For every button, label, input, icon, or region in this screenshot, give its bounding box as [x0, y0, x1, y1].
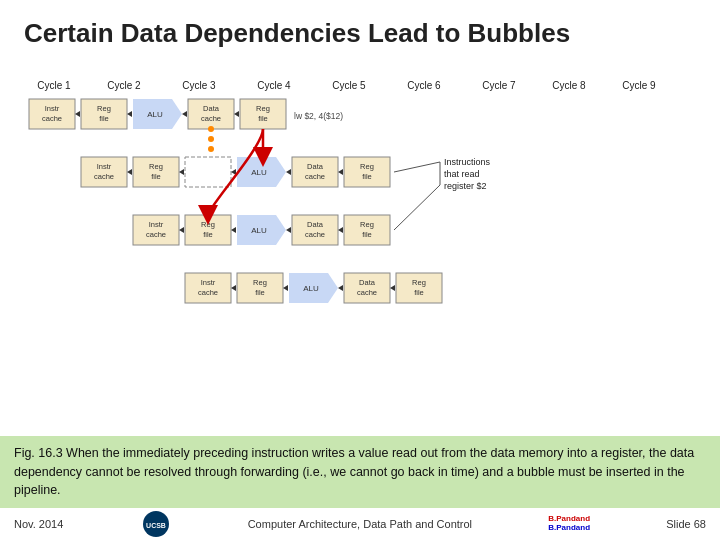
slide-title: Certain Data Dependencies Lead to Bubble… — [24, 18, 696, 49]
svg-marker-16 — [127, 111, 132, 117]
svg-text:Instr: Instr — [149, 220, 164, 229]
svg-marker-69 — [231, 285, 236, 291]
svg-text:Reg: Reg — [360, 162, 374, 171]
svg-rect-36 — [185, 157, 231, 187]
svg-text:cache: cache — [201, 114, 221, 123]
svg-text:Cycle 1: Cycle 1 — [37, 80, 71, 91]
svg-point-85 — [208, 136, 214, 142]
svg-text:Cycle 4: Cycle 4 — [257, 80, 291, 91]
svg-marker-19 — [182, 111, 187, 117]
footer-logo-ucsb: UCSB — [140, 510, 172, 538]
svg-text:UCSB: UCSB — [146, 522, 166, 529]
svg-text:cache: cache — [357, 288, 377, 297]
svg-text:Cycle 2: Cycle 2 — [107, 80, 141, 91]
svg-text:Data: Data — [307, 162, 324, 171]
svg-text:Reg: Reg — [256, 104, 270, 113]
svg-text:Reg: Reg — [360, 220, 374, 229]
svg-point-86 — [208, 146, 214, 152]
svg-text:Data: Data — [307, 220, 324, 229]
svg-text:file: file — [362, 230, 372, 239]
svg-text:Cycle 6: Cycle 6 — [407, 80, 441, 91]
svg-marker-76 — [338, 285, 343, 291]
svg-text:Cycle 3: Cycle 3 — [182, 80, 216, 91]
svg-text:ALU: ALU — [147, 110, 163, 119]
svg-text:file: file — [414, 288, 424, 297]
svg-text:Instr: Instr — [201, 278, 216, 287]
svg-line-92 — [394, 185, 440, 230]
svg-text:file: file — [151, 172, 161, 181]
svg-marker-31 — [127, 169, 132, 175]
footer-date: Nov. 2014 — [14, 518, 63, 530]
svg-text:lw   $2, 4($12): lw $2, 4($12) — [294, 111, 343, 121]
svg-text:Cycle 8: Cycle 8 — [552, 80, 586, 91]
svg-text:Reg: Reg — [412, 278, 426, 287]
svg-text:Cycle 5: Cycle 5 — [332, 80, 366, 91]
svg-text:Cycle 9: Cycle 9 — [622, 80, 656, 91]
svg-text:file: file — [203, 230, 213, 239]
svg-text:ALU: ALU — [303, 284, 319, 293]
svg-marker-55 — [231, 227, 236, 233]
footer-bp-logo: B.Pandand B.Pandand — [548, 515, 590, 533]
footer-slide-number: Slide 68 — [666, 518, 706, 530]
footer-course: Computer Architecture, Data Path and Con… — [248, 518, 472, 530]
svg-text:file: file — [258, 114, 268, 123]
svg-text:that read: that read — [444, 169, 480, 179]
svg-text:cache: cache — [305, 172, 325, 181]
footer-text: Fig. 16.3 When the immediately preceding… — [14, 446, 694, 498]
svg-text:register $2: register $2 — [444, 181, 487, 191]
footer-caption: Fig. 16.3 When the immediately preceding… — [0, 436, 720, 508]
slide: Certain Data Dependencies Lead to Bubble… — [0, 0, 720, 540]
svg-marker-80 — [390, 285, 395, 291]
svg-text:Reg: Reg — [97, 104, 111, 113]
svg-text:Reg: Reg — [253, 278, 267, 287]
svg-text:file: file — [99, 114, 109, 123]
svg-marker-44 — [338, 169, 343, 175]
svg-text:ALU: ALU — [251, 226, 267, 235]
svg-text:cache: cache — [305, 230, 325, 239]
svg-text:file: file — [362, 172, 372, 181]
svg-text:file: file — [255, 288, 265, 297]
svg-marker-35 — [179, 169, 184, 175]
svg-marker-23 — [234, 111, 239, 117]
footer-bar: Nov. 2014 UCSB Computer Architecture, Da… — [0, 508, 720, 540]
svg-text:Instructions: Instructions — [444, 157, 491, 167]
svg-marker-62 — [338, 227, 343, 233]
svg-text:Instr: Instr — [45, 104, 60, 113]
svg-text:Reg: Reg — [149, 162, 163, 171]
pipeline-area: Cycle 1 Cycle 2 Cycle 3 Cycle 4 Cycle 5 … — [24, 59, 696, 369]
svg-text:Cycle 7: Cycle 7 — [482, 80, 516, 91]
svg-text:Data: Data — [203, 104, 220, 113]
svg-marker-58 — [286, 227, 291, 233]
svg-marker-73 — [283, 285, 288, 291]
svg-marker-12 — [75, 111, 80, 117]
svg-line-91 — [394, 162, 440, 172]
svg-text:ALU: ALU — [251, 168, 267, 177]
svg-text:cache: cache — [94, 172, 114, 181]
svg-point-84 — [208, 126, 214, 132]
svg-text:Instr: Instr — [97, 162, 112, 171]
svg-text:cache: cache — [42, 114, 62, 123]
svg-text:Reg: Reg — [201, 220, 215, 229]
ucsb-logo-icon: UCSB — [140, 510, 172, 538]
svg-text:Data: Data — [359, 278, 376, 287]
svg-marker-51 — [179, 227, 184, 233]
svg-marker-40 — [286, 169, 291, 175]
svg-text:cache: cache — [198, 288, 218, 297]
pipeline-svg: Cycle 1 Cycle 2 Cycle 3 Cycle 4 Cycle 5 … — [24, 77, 696, 387]
svg-text:cache: cache — [146, 230, 166, 239]
